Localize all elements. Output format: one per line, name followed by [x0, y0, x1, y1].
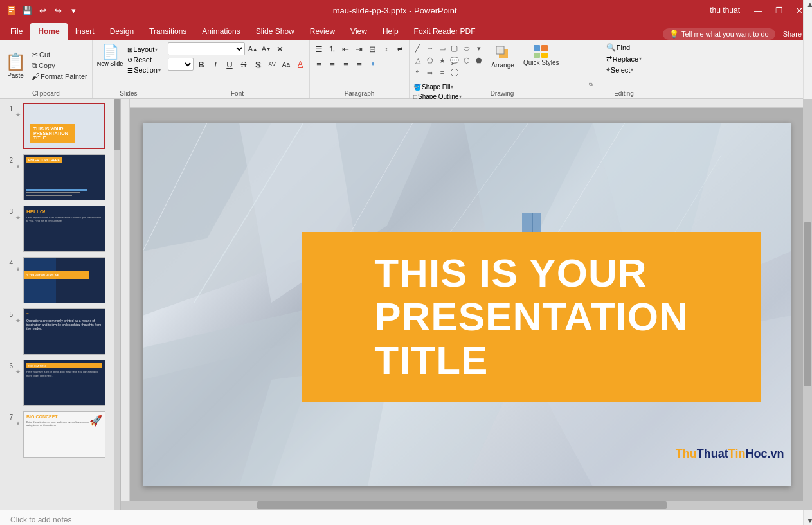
- shape-flowchart-btn[interactable]: ⬡: [461, 55, 473, 66]
- align-left-button[interactable]: ≡: [312, 57, 325, 69]
- slide-panel-scrollbar-thumb[interactable]: [114, 99, 120, 150]
- paste-button[interactable]: 📋 Paste: [3, 51, 28, 80]
- shape-equation-btn[interactable]: =: [437, 67, 448, 78]
- minimize-button[interactable]: —: [750, 6, 766, 15]
- redo-button[interactable]: ↪: [51, 4, 64, 17]
- slide-star-1: ★: [15, 103, 21, 118]
- decrease-font-button[interactable]: A▼: [260, 42, 273, 55]
- replace-button[interactable]: ⇄ Replace ▾: [605, 54, 643, 64]
- format-painter-button[interactable]: 🖌 Format Painter: [30, 71, 89, 82]
- canvas-horizontal-scrollbar[interactable]: [121, 501, 803, 510]
- arrange-button[interactable]: Arrange: [487, 42, 519, 70]
- customize-qat-button[interactable]: ▾: [67, 4, 80, 17]
- tell-me-input[interactable]: 💡 Tell me what you want to do: [663, 28, 775, 40]
- shape-arrow-btn[interactable]: →: [424, 42, 436, 54]
- ribbon-scroll-down[interactable]: ▼: [804, 516, 812, 525]
- new-slide-button[interactable]: 📄 New Slide: [95, 42, 125, 68]
- tab-review[interactable]: Review: [302, 23, 343, 40]
- decrease-indent-button[interactable]: ⇤: [339, 42, 352, 55]
- tab-file[interactable]: File: [3, 23, 30, 40]
- layout-button[interactable]: ⊞ Layout ▾: [126, 45, 162, 54]
- text-direction-button[interactable]: ⇄: [393, 42, 406, 55]
- shape-line-btn[interactable]: ╱: [412, 42, 424, 54]
- slide-thumb-5[interactable]: 5 ★ " Quotations are commonly printed as…: [3, 307, 118, 356]
- smartart-button[interactable]: ♦: [366, 57, 379, 69]
- tab-home[interactable]: Home: [30, 23, 67, 40]
- shape-ellipse-btn[interactable]: ⬭: [461, 42, 473, 54]
- tab-foxit[interactable]: Foxit Reader PDF: [406, 23, 483, 40]
- tab-help[interactable]: Help: [375, 23, 406, 40]
- align-center-button[interactable]: ≡: [326, 57, 339, 69]
- shape-rounded-rect-btn[interactable]: ▢: [449, 42, 460, 54]
- tab-design[interactable]: Design: [102, 23, 141, 40]
- canvas-hscroll-thumb[interactable]: [257, 501, 667, 509]
- section-button[interactable]: ☰ Section ▾: [126, 66, 162, 75]
- slide-thumb-7[interactable]: 7 ★ BIG CONCEPT Bring the attention of y…: [3, 410, 118, 459]
- bullets-button[interactable]: ☰: [312, 42, 325, 55]
- reset-button[interactable]: ↺ Reset: [126, 55, 162, 64]
- slide-title-text: THIS IS YOUR PRESENTATION TITLE: [355, 238, 708, 396]
- slides-label: Slides: [93, 90, 165, 97]
- quick-styles-button[interactable]: Quick Styles: [521, 42, 562, 67]
- underline-button[interactable]: U: [223, 58, 236, 71]
- ribbon-scroll-up[interactable]: ▲: [804, 0, 812, 9]
- undo-button[interactable]: ↩: [36, 4, 49, 17]
- slide-panel-scrollbar[interactable]: [114, 99, 120, 510]
- font-size-select[interactable]: [168, 58, 194, 71]
- canvas-vscroll-thumb[interactable]: [804, 222, 811, 387]
- columns-button[interactable]: ⊟: [366, 42, 379, 55]
- change-case-button[interactable]: Aa: [280, 58, 293, 71]
- slide-thumb-4[interactable]: 4 ★ 1. TRANSITION HEADLINE: [3, 256, 118, 305]
- notes-area[interactable]: Click to add notes: [0, 510, 812, 525]
- shape-more-btn[interactable]: ▾: [473, 42, 485, 54]
- cut-button[interactable]: ✂ Cut: [30, 49, 89, 60]
- shape-triangle-btn[interactable]: △: [412, 55, 424, 66]
- clipboard-group-content: 📋 Paste ✂ Cut ⧉ Copy 🖌 Format Painter: [3, 42, 89, 97]
- slide-thumb-2[interactable]: 2 ★ ENTER TOPIC HERE: [3, 153, 118, 202]
- watermark-thu: Thu: [676, 447, 697, 460]
- tab-insert[interactable]: Insert: [68, 23, 102, 40]
- justify-button[interactable]: ≡: [353, 57, 366, 69]
- shape-pentagon-btn[interactable]: ⬠: [424, 55, 436, 66]
- font-name-select[interactable]: [168, 42, 245, 55]
- shape-star-btn[interactable]: ★: [437, 55, 448, 66]
- clear-format-button[interactable]: ✕: [274, 42, 287, 55]
- window-title: mau-slide-pp-3.pptx - PowerPoint: [80, 6, 710, 15]
- numbering-button[interactable]: ⒈: [326, 42, 339, 55]
- watermark-vn: .vn: [767, 447, 784, 460]
- font-color-button[interactable]: A: [294, 58, 307, 71]
- drawing-expand-icon[interactable]: ⧉: [589, 82, 593, 88]
- slide-title-box[interactable]: THIS IS YOUR PRESENTATION TITLE: [302, 232, 761, 402]
- shape-blockarrow-btn[interactable]: ⇒: [424, 67, 436, 78]
- italic-button[interactable]: I: [209, 58, 222, 71]
- maximize-button[interactable]: ❐: [771, 6, 787, 15]
- shape-callout-btn[interactable]: 💬: [449, 55, 460, 66]
- tab-animations[interactable]: Animations: [194, 23, 248, 40]
- align-right-button[interactable]: ≡: [339, 57, 352, 69]
- select-button[interactable]: ⌖ Select ▾: [605, 65, 635, 75]
- strikethrough-button[interactable]: S: [237, 58, 250, 71]
- slide-thumb-3[interactable]: 3 ★ HELLO! I am Jayden Smith. I am here …: [3, 204, 118, 253]
- copy-button[interactable]: ⧉ Copy: [30, 60, 89, 71]
- tab-transitions[interactable]: Transitions: [141, 23, 194, 40]
- find-button[interactable]: 🔍 Find: [605, 42, 631, 53]
- shape-banner-btn[interactable]: ⛶: [449, 67, 460, 78]
- save-button[interactable]: 💾: [21, 4, 33, 17]
- increase-font-button[interactable]: A▲: [246, 42, 259, 55]
- slide-thumb-1[interactable]: 1 ★ THIS IS YOUR PRESENTATION TITLE: [3, 102, 118, 150]
- canvas-vertical-scrollbar[interactable]: [803, 99, 812, 510]
- shape-curved-arrow-btn[interactable]: ↰: [412, 67, 424, 78]
- tab-view[interactable]: View: [343, 23, 375, 40]
- clipboard-sub-buttons: ✂ Cut ⧉ Copy 🖌 Format Painter: [30, 49, 89, 82]
- char-spacing-button[interactable]: AV: [266, 58, 278, 71]
- slide-num-6: 6: [4, 360, 13, 369]
- shape-action-btn[interactable]: ⬟: [473, 55, 485, 66]
- line-spacing-button[interactable]: ↕: [380, 42, 393, 55]
- increase-indent-button[interactable]: ⇥: [353, 42, 366, 55]
- tab-slideshow[interactable]: Slide Show: [248, 23, 302, 40]
- slide-canvas[interactable]: THIS IS YOUR PRESENTATION TITLE ThuThuat…: [143, 123, 791, 486]
- slide-thumb-6[interactable]: 6 ★ THIS IS A TITLE Here you have a list…: [3, 359, 118, 407]
- bold-button[interactable]: B: [195, 58, 208, 71]
- shadow-button[interactable]: S: [251, 58, 264, 71]
- shape-rect-btn[interactable]: ▭: [437, 42, 448, 54]
